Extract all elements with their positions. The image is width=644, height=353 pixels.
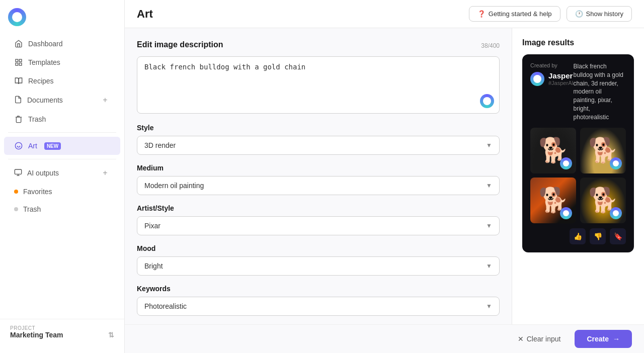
sidebar-bottom: PROJECT Marketing Team ⇅ xyxy=(0,319,124,345)
edit-panel: Edit image description 38/400 Style 3D r… xyxy=(125,28,512,353)
keywords-select[interactable]: Photorealistic ▼ xyxy=(137,297,500,316)
creator-name: Jasper xyxy=(548,71,574,80)
top-header: Art ❓ Getting started & help 🕐 Show hist… xyxy=(125,0,644,28)
edit-section-title: Edit image description xyxy=(137,40,223,49)
image-thumb-3[interactable]: 🐕 xyxy=(530,178,576,223)
char-count: 38/400 xyxy=(481,42,500,49)
medium-section: Medium Modern oil painting ▼ xyxy=(137,164,500,195)
sidebar-item-label: Recipes xyxy=(28,77,54,85)
logo-inner xyxy=(12,12,22,22)
mood-label: Mood xyxy=(137,244,500,252)
artist-style-label: Artist/Style xyxy=(137,204,500,212)
jasper-btn-inner xyxy=(483,97,491,105)
art-badge: NEW xyxy=(44,142,61,150)
clear-input-label: Clear input xyxy=(527,335,561,343)
sidebar-item-dashboard[interactable]: Dashboard xyxy=(4,35,120,53)
create-button[interactable]: Create → xyxy=(575,330,632,348)
image-thumb-2[interactable]: 🐕 xyxy=(580,128,626,173)
trash-icon xyxy=(14,115,23,124)
style-chevron-icon: ▼ xyxy=(486,142,492,149)
image-4-avatar-inner xyxy=(613,210,619,216)
jasper-enhance-button[interactable] xyxy=(480,94,494,108)
page-title: Art xyxy=(137,8,153,21)
keywords-section: Keywords Photorealistic ▼ xyxy=(137,285,500,316)
style-section: Style 3D render ▼ xyxy=(137,124,500,155)
getting-started-button[interactable]: ❓ Getting started & help xyxy=(469,6,560,22)
sidebar-art-label: Art xyxy=(28,142,37,150)
sidebar-item-trash2[interactable]: Trash xyxy=(4,201,120,218)
results-panel: Image results Created by Jasper #JasperA… xyxy=(512,28,644,353)
image-actions: 👍 👎 🔖 xyxy=(530,228,626,244)
main-area: Art ❓ Getting started & help 🕐 Show hist… xyxy=(125,0,644,353)
medium-select[interactable]: Modern oil painting ▼ xyxy=(137,176,500,195)
create-arrow-icon: → xyxy=(613,335,620,343)
home-icon xyxy=(14,39,23,48)
outputs-icon xyxy=(14,168,22,178)
sidebar-item-label: Trash xyxy=(23,205,41,213)
image-1-avatar xyxy=(560,157,572,169)
file-icon xyxy=(14,96,22,105)
sidebar-item-label: Trash xyxy=(28,115,46,123)
svg-rect-1 xyxy=(19,59,22,62)
creator-avatar xyxy=(530,72,544,86)
sidebar-item-label: Templates xyxy=(28,58,60,66)
sidebar: Dashboard Templates Recipes Documents + xyxy=(0,0,125,353)
dot-gray-icon xyxy=(14,207,18,211)
mood-select[interactable]: Bright ▼ xyxy=(137,256,500,276)
image-2-avatar xyxy=(610,157,622,169)
create-label: Create xyxy=(587,335,609,343)
add-document-button[interactable]: + xyxy=(100,95,110,105)
add-output-button[interactable]: + xyxy=(100,168,110,178)
bookmark-button[interactable]: 🔖 xyxy=(610,228,626,244)
sidebar-item-art[interactable]: Art NEW xyxy=(4,137,120,155)
description-input[interactable] xyxy=(144,63,492,93)
medium-label: Medium xyxy=(137,164,500,172)
book-icon xyxy=(14,76,23,85)
creator-section: Created by Jasper #JasperAI xyxy=(530,62,574,86)
project-name: Marketing Team ⇅ xyxy=(10,331,114,339)
prompt-text: Black french bulldog with a gold chain, … xyxy=(574,62,626,122)
app-logo-icon xyxy=(8,8,26,26)
image-1-avatar-inner xyxy=(563,160,569,166)
style-label: Style xyxy=(137,124,500,132)
image-grid: 🐕 🐕 🐕 xyxy=(530,128,626,223)
image-thumb-4[interactable]: 🐕 xyxy=(580,178,626,223)
image-thumb-1[interactable]: 🐕 xyxy=(530,128,576,173)
image-4-avatar xyxy=(610,207,622,219)
content-area: Edit image description 38/400 Style 3D r… xyxy=(125,28,644,353)
sidebar-item-documents-left: Documents xyxy=(14,96,63,105)
sidebar-item-trash[interactable]: Trash xyxy=(4,110,120,128)
artist-style-select[interactable]: Pixar ▼ xyxy=(137,216,500,235)
thumbs-down-button[interactable]: 👎 xyxy=(590,228,606,244)
keywords-chevron-icon: ▼ xyxy=(486,303,492,310)
image-card-header: Created by Jasper #JasperAI Black french… xyxy=(530,62,626,122)
sidebar-item-documents[interactable]: Documents + xyxy=(4,91,120,110)
image-results-card: Created by Jasper #JasperAI Black french… xyxy=(522,54,634,252)
sidebar-item-ai-outputs[interactable]: AI outputs + xyxy=(4,163,120,183)
clear-input-button[interactable]: ✕ Clear input xyxy=(510,330,569,348)
image-3-avatar xyxy=(560,207,572,219)
history-icon: 🕐 xyxy=(575,10,583,18)
sidebar-item-label: Documents xyxy=(27,96,63,104)
help-icon: ❓ xyxy=(477,10,486,18)
sidebar-item-templates[interactable]: Templates xyxy=(4,53,120,71)
results-title: Image results xyxy=(522,38,634,47)
sidebar-nav: Dashboard Templates Recipes Documents + xyxy=(0,34,124,319)
project-name-text: Marketing Team xyxy=(10,331,63,339)
style-select[interactable]: 3D render ▼ xyxy=(137,136,500,155)
sidebar-item-favorites[interactable]: Favorites xyxy=(4,183,120,200)
mood-chevron-icon: ▼ xyxy=(486,262,492,270)
artist-style-section: Artist/Style Pixar ▼ xyxy=(137,204,500,235)
ai-outputs-left: AI outputs xyxy=(14,168,59,178)
style-value: 3D render xyxy=(144,141,176,149)
show-history-button[interactable]: 🕐 Show history xyxy=(567,6,632,22)
sidebar-item-recipes[interactable]: Recipes xyxy=(4,72,120,90)
dot-orange-icon xyxy=(14,190,18,194)
svg-rect-7 xyxy=(15,169,21,174)
svg-point-4 xyxy=(15,142,22,149)
logo-area xyxy=(0,8,124,34)
grid-icon xyxy=(14,58,23,67)
created-by-label: Created by xyxy=(530,62,574,68)
thumbs-up-button[interactable]: 👍 xyxy=(570,228,586,244)
project-label: PROJECT xyxy=(10,325,114,331)
